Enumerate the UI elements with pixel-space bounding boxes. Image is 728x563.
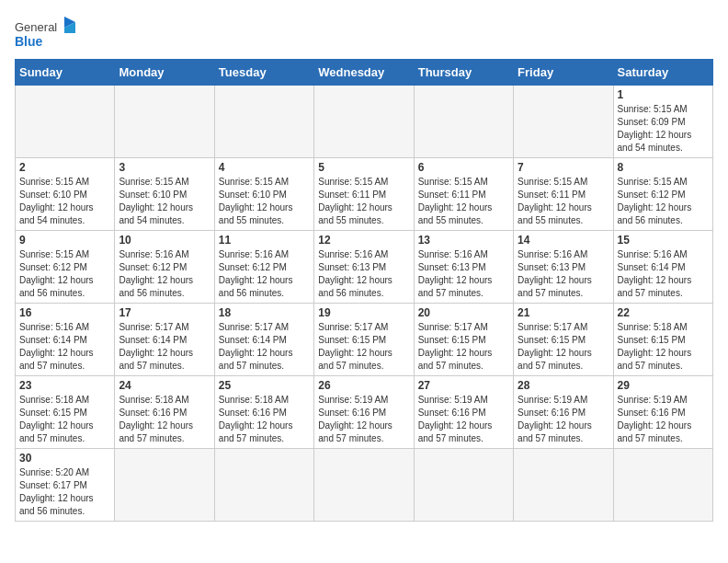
logo-svg: General Blue bbox=[15, 15, 79, 52]
calendar-day-cell: 4Sunrise: 5:15 AM Sunset: 6:10 PM Daylig… bbox=[214, 158, 313, 231]
calendar-day-cell: 14Sunrise: 5:16 AM Sunset: 6:13 PM Dayli… bbox=[514, 231, 613, 304]
calendar-week-row: 9Sunrise: 5:15 AM Sunset: 6:12 PM Daylig… bbox=[16, 231, 713, 304]
day-info: Sunrise: 5:15 AM Sunset: 6:10 PM Dayligh… bbox=[219, 176, 310, 227]
day-number: 24 bbox=[119, 379, 210, 392]
calendar-week-row: 30Sunrise: 5:20 AM Sunset: 6:17 PM Dayli… bbox=[16, 449, 713, 522]
calendar-week-row: 23Sunrise: 5:18 AM Sunset: 6:15 PM Dayli… bbox=[16, 376, 713, 449]
day-number: 1 bbox=[618, 88, 709, 101]
calendar-day-cell bbox=[613, 449, 712, 522]
day-info: Sunrise: 5:15 AM Sunset: 6:10 PM Dayligh… bbox=[119, 176, 210, 227]
svg-text:General: General bbox=[15, 20, 57, 34]
calendar-day-cell: 20Sunrise: 5:17 AM Sunset: 6:15 PM Dayli… bbox=[414, 304, 513, 376]
calendar-day-cell: 19Sunrise: 5:17 AM Sunset: 6:15 PM Dayli… bbox=[314, 304, 414, 376]
weekday-header-saturday: Saturday bbox=[613, 60, 712, 86]
day-number: 19 bbox=[318, 306, 409, 319]
day-number: 6 bbox=[418, 161, 509, 174]
weekday-header-sunday: Sunday bbox=[16, 60, 115, 86]
weekday-header-thursday: Thursday bbox=[414, 60, 513, 86]
day-info: Sunrise: 5:16 AM Sunset: 6:14 PM Dayligh… bbox=[618, 248, 709, 300]
calendar-day-cell: 23Sunrise: 5:18 AM Sunset: 6:15 PM Dayli… bbox=[16, 376, 115, 449]
calendar-day-cell: 29Sunrise: 5:19 AM Sunset: 6:16 PM Dayli… bbox=[613, 376, 712, 449]
day-number: 3 bbox=[119, 161, 210, 174]
day-info: Sunrise: 5:16 AM Sunset: 6:13 PM Dayligh… bbox=[318, 248, 409, 300]
calendar-day-cell bbox=[514, 449, 613, 522]
day-info: Sunrise: 5:19 AM Sunset: 6:16 PM Dayligh… bbox=[418, 394, 509, 445]
day-number: 5 bbox=[318, 161, 409, 174]
weekday-header-row: SundayMondayTuesdayWednesdayThursdayFrid… bbox=[16, 60, 713, 86]
day-info: Sunrise: 5:15 AM Sunset: 6:09 PM Dayligh… bbox=[618, 103, 709, 155]
calendar-day-cell: 8Sunrise: 5:15 AM Sunset: 6:12 PM Daylig… bbox=[613, 158, 712, 231]
day-info: Sunrise: 5:15 AM Sunset: 6:11 PM Dayligh… bbox=[418, 176, 509, 227]
day-number: 18 bbox=[219, 306, 310, 319]
calendar-day-cell: 6Sunrise: 5:15 AM Sunset: 6:11 PM Daylig… bbox=[414, 158, 513, 231]
page-header: General Blue bbox=[15, 15, 713, 52]
calendar-day-cell bbox=[514, 86, 613, 158]
calendar-day-cell: 26Sunrise: 5:19 AM Sunset: 6:16 PM Dayli… bbox=[314, 376, 414, 449]
calendar-day-cell: 15Sunrise: 5:16 AM Sunset: 6:14 PM Dayli… bbox=[613, 231, 712, 304]
calendar-day-cell: 5Sunrise: 5:15 AM Sunset: 6:11 PM Daylig… bbox=[314, 158, 414, 231]
day-number: 10 bbox=[119, 234, 210, 247]
day-info: Sunrise: 5:16 AM Sunset: 6:13 PM Dayligh… bbox=[518, 248, 609, 300]
day-number: 25 bbox=[219, 379, 310, 392]
day-number: 29 bbox=[618, 379, 709, 392]
day-info: Sunrise: 5:16 AM Sunset: 6:12 PM Dayligh… bbox=[119, 248, 210, 300]
calendar-table: SundayMondayTuesdayWednesdayThursdayFrid… bbox=[15, 59, 713, 522]
day-number: 20 bbox=[418, 306, 509, 319]
calendar-day-cell: 16Sunrise: 5:16 AM Sunset: 6:14 PM Dayli… bbox=[16, 304, 115, 376]
day-info: Sunrise: 5:18 AM Sunset: 6:15 PM Dayligh… bbox=[618, 321, 709, 373]
calendar-day-cell bbox=[115, 449, 214, 522]
day-number: 8 bbox=[618, 161, 709, 174]
day-number: 27 bbox=[418, 379, 509, 392]
day-number: 13 bbox=[418, 234, 509, 247]
calendar-day-cell bbox=[414, 449, 513, 522]
day-number: 17 bbox=[119, 306, 210, 319]
svg-text:Blue: Blue bbox=[15, 34, 43, 49]
day-info: Sunrise: 5:19 AM Sunset: 6:16 PM Dayligh… bbox=[618, 394, 709, 445]
calendar-day-cell: 9Sunrise: 5:15 AM Sunset: 6:12 PM Daylig… bbox=[16, 231, 115, 304]
calendar-day-cell: 24Sunrise: 5:18 AM Sunset: 6:16 PM Dayli… bbox=[115, 376, 214, 449]
day-number: 7 bbox=[518, 161, 609, 174]
calendar-day-cell bbox=[16, 86, 115, 158]
calendar-week-row: 2Sunrise: 5:15 AM Sunset: 6:10 PM Daylig… bbox=[16, 158, 713, 231]
calendar-day-cell: 22Sunrise: 5:18 AM Sunset: 6:15 PM Dayli… bbox=[613, 304, 712, 376]
day-number: 15 bbox=[618, 234, 709, 247]
calendar-day-cell: 13Sunrise: 5:16 AM Sunset: 6:13 PM Dayli… bbox=[414, 231, 513, 304]
day-info: Sunrise: 5:16 AM Sunset: 6:12 PM Dayligh… bbox=[219, 248, 310, 300]
calendar-day-cell: 30Sunrise: 5:20 AM Sunset: 6:17 PM Dayli… bbox=[16, 449, 115, 522]
day-info: Sunrise: 5:20 AM Sunset: 6:17 PM Dayligh… bbox=[19, 466, 110, 518]
calendar-day-cell: 18Sunrise: 5:17 AM Sunset: 6:14 PM Dayli… bbox=[214, 304, 313, 376]
calendar-day-cell: 12Sunrise: 5:16 AM Sunset: 6:13 PM Dayli… bbox=[314, 231, 414, 304]
day-info: Sunrise: 5:18 AM Sunset: 6:16 PM Dayligh… bbox=[219, 394, 310, 445]
day-number: 30 bbox=[19, 452, 110, 465]
day-number: 22 bbox=[618, 306, 709, 319]
day-info: Sunrise: 5:17 AM Sunset: 6:15 PM Dayligh… bbox=[418, 321, 509, 373]
day-number: 4 bbox=[219, 161, 310, 174]
day-info: Sunrise: 5:15 AM Sunset: 6:11 PM Dayligh… bbox=[318, 176, 409, 227]
calendar-day-cell: 25Sunrise: 5:18 AM Sunset: 6:16 PM Dayli… bbox=[214, 376, 313, 449]
day-number: 26 bbox=[318, 379, 409, 392]
day-number: 28 bbox=[518, 379, 609, 392]
day-info: Sunrise: 5:18 AM Sunset: 6:16 PM Dayligh… bbox=[119, 394, 210, 445]
calendar-day-cell: 7Sunrise: 5:15 AM Sunset: 6:11 PM Daylig… bbox=[514, 158, 613, 231]
weekday-header-wednesday: Wednesday bbox=[314, 60, 414, 86]
calendar-day-cell: 3Sunrise: 5:15 AM Sunset: 6:10 PM Daylig… bbox=[115, 158, 214, 231]
weekday-header-monday: Monday bbox=[115, 60, 214, 86]
calendar-day-cell: 2Sunrise: 5:15 AM Sunset: 6:10 PM Daylig… bbox=[16, 158, 115, 231]
calendar-day-cell: 28Sunrise: 5:19 AM Sunset: 6:16 PM Dayli… bbox=[514, 376, 613, 449]
calendar-week-row: 1Sunrise: 5:15 AM Sunset: 6:09 PM Daylig… bbox=[16, 86, 713, 158]
day-info: Sunrise: 5:15 AM Sunset: 6:12 PM Dayligh… bbox=[19, 248, 110, 300]
calendar-day-cell bbox=[414, 86, 513, 158]
weekday-header-tuesday: Tuesday bbox=[214, 60, 313, 86]
calendar-day-cell: 27Sunrise: 5:19 AM Sunset: 6:16 PM Dayli… bbox=[414, 376, 513, 449]
logo: General Blue bbox=[15, 15, 79, 52]
day-info: Sunrise: 5:15 AM Sunset: 6:11 PM Dayligh… bbox=[518, 176, 609, 227]
calendar-day-cell bbox=[314, 86, 414, 158]
day-info: Sunrise: 5:19 AM Sunset: 6:16 PM Dayligh… bbox=[318, 394, 409, 445]
day-info: Sunrise: 5:19 AM Sunset: 6:16 PM Dayligh… bbox=[518, 394, 609, 445]
day-info: Sunrise: 5:15 AM Sunset: 6:12 PM Dayligh… bbox=[618, 176, 709, 227]
day-info: Sunrise: 5:15 AM Sunset: 6:10 PM Dayligh… bbox=[19, 176, 110, 227]
day-info: Sunrise: 5:17 AM Sunset: 6:15 PM Dayligh… bbox=[518, 321, 609, 373]
calendar-day-cell: 21Sunrise: 5:17 AM Sunset: 6:15 PM Dayli… bbox=[514, 304, 613, 376]
calendar-week-row: 16Sunrise: 5:16 AM Sunset: 6:14 PM Dayli… bbox=[16, 304, 713, 376]
day-number: 16 bbox=[19, 306, 110, 319]
